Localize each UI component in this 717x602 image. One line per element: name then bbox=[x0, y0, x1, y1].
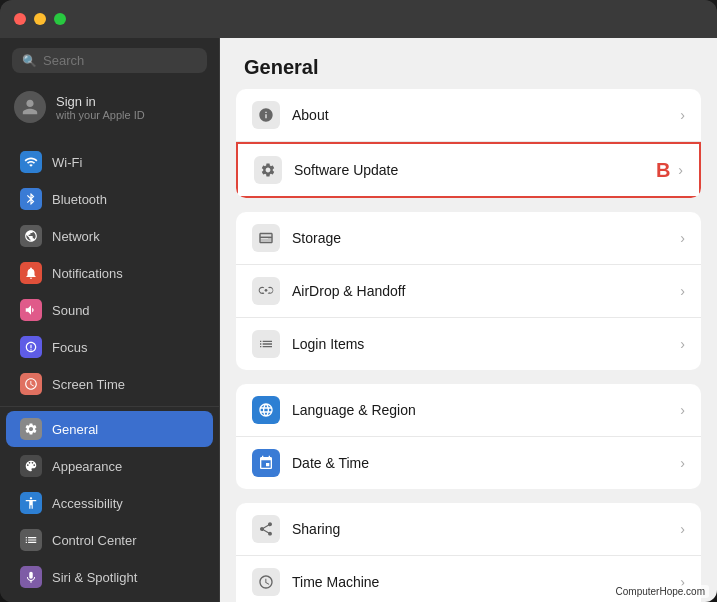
sidebar-item-label-sound: Sound bbox=[52, 303, 90, 318]
sidebar-item-wrapper-bluetooth: Bluetooth bbox=[0, 181, 219, 217]
sound-icon bbox=[20, 299, 42, 321]
about-row-icon bbox=[252, 101, 280, 129]
settings-row-airdrop[interactable]: AirDrop & Handoff› bbox=[236, 265, 701, 318]
about-chevron-icon: › bbox=[680, 107, 685, 123]
sidebar-item-label-appearance: Appearance bbox=[52, 459, 122, 474]
sidebar-item-notifications[interactable]: Notifications bbox=[6, 255, 213, 291]
sidebar-item-wrapper-wifi: Wi-Fi bbox=[0, 144, 219, 180]
settings-row-about[interactable]: About› bbox=[236, 89, 701, 142]
sidebar-item-wrapper-notifications: Notifications bbox=[0, 255, 219, 291]
network-icon bbox=[20, 225, 42, 247]
sidebar-item-sound[interactable]: Sound bbox=[6, 292, 213, 328]
settings-row-datetime[interactable]: Date & Time› bbox=[236, 437, 701, 489]
sidebar-item-wrapper-network: Network bbox=[0, 218, 219, 254]
storage-row-icon bbox=[252, 224, 280, 252]
sidebar-item-wrapper-siri: Siri & Spotlight bbox=[0, 559, 219, 595]
sidebar-item-label-general: General bbox=[52, 422, 98, 437]
sidebar-item-accessibility[interactable]: Accessibility bbox=[6, 485, 213, 521]
close-button[interactable] bbox=[14, 13, 26, 25]
appearance-icon bbox=[20, 455, 42, 477]
sidebar-item-controlcenter[interactable]: Control Center bbox=[6, 522, 213, 558]
sidebar-item-label-network: Network bbox=[52, 229, 100, 244]
screentime-icon bbox=[20, 373, 42, 395]
storage-chevron-icon: › bbox=[680, 230, 685, 246]
sharing-row-icon bbox=[252, 515, 280, 543]
softwareupdate-row-label: Software Update bbox=[294, 162, 656, 178]
sharing-row-label: Sharing bbox=[292, 521, 680, 537]
sidebar-item-privacy[interactable]: Privacy & Security bbox=[6, 596, 213, 602]
settings-group-group3: Language & Region›Date & Time› bbox=[236, 384, 701, 489]
sidebar-divider-2 bbox=[0, 406, 219, 407]
airdrop-chevron-icon: › bbox=[680, 283, 685, 299]
sidebar-item-wrapper-controlcenter: Control Center bbox=[0, 522, 219, 558]
sidebar-item-wrapper-appearance: Appearance bbox=[0, 448, 219, 484]
maximize-button[interactable] bbox=[54, 13, 66, 25]
sidebar-item-label-screentime: Screen Time bbox=[52, 377, 125, 392]
sidebar-item-focus[interactable]: Focus bbox=[6, 329, 213, 365]
sign-in-section[interactable]: Sign in with your Apple ID bbox=[0, 83, 219, 135]
datetime-chevron-icon: › bbox=[680, 455, 685, 471]
search-bar[interactable]: 🔍 bbox=[12, 48, 207, 73]
timemachine-row-icon bbox=[252, 568, 280, 596]
softwareupdate-row-icon bbox=[254, 156, 282, 184]
softwareupdate-chevron-icon: › bbox=[678, 162, 683, 178]
language-chevron-icon: › bbox=[680, 402, 685, 418]
sidebar-item-bluetooth[interactable]: Bluetooth bbox=[6, 181, 213, 217]
settings-row-softwareupdate[interactable]: Software UpdateB› bbox=[236, 142, 701, 198]
sign-in-text: Sign in with your Apple ID bbox=[56, 94, 145, 121]
content-area: 🔍 Sign in with your Apple ID Wi-FiBlueto… bbox=[0, 38, 717, 602]
sidebar-item-label-focus: Focus bbox=[52, 340, 87, 355]
sidebar-item-screentime[interactable]: Screen Time bbox=[6, 366, 213, 402]
storage-row-label: Storage bbox=[292, 230, 680, 246]
about-row-label: About bbox=[292, 107, 680, 123]
sidebar-item-label-bluetooth: Bluetooth bbox=[52, 192, 107, 207]
sidebar-item-wrapper-accessibility: Accessibility bbox=[0, 485, 219, 521]
minimize-button[interactable] bbox=[34, 13, 46, 25]
search-icon: 🔍 bbox=[22, 54, 37, 68]
avatar bbox=[14, 91, 46, 123]
controlcenter-icon bbox=[20, 529, 42, 551]
main-content: General About›Software UpdateB›Storage›A… bbox=[220, 38, 717, 602]
sidebar-item-label-wifi: Wi-Fi bbox=[52, 155, 82, 170]
main-header: General bbox=[220, 38, 717, 89]
settings-row-sharing[interactable]: Sharing› bbox=[236, 503, 701, 556]
settings-row-loginitems[interactable]: Login Items› bbox=[236, 318, 701, 370]
settings-group-group2: Storage›AirDrop & Handoff›Login Items› bbox=[236, 212, 701, 370]
sidebar-item-siri[interactable]: Siri & Spotlight bbox=[6, 559, 213, 595]
sidebar: 🔍 Sign in with your Apple ID Wi-FiBlueto… bbox=[0, 38, 220, 602]
sidebar-item-wrapper-general: GeneralA bbox=[0, 411, 219, 447]
siri-icon bbox=[20, 566, 42, 588]
watermark: ComputerHope.com bbox=[612, 585, 709, 598]
system-settings-window: 🔍 Sign in with your Apple ID Wi-FiBlueto… bbox=[0, 0, 717, 602]
settings-list: About›Software UpdateB›Storage›AirDrop &… bbox=[220, 89, 717, 602]
language-row-label: Language & Region bbox=[292, 402, 680, 418]
sidebar-item-label-siri: Siri & Spotlight bbox=[52, 570, 137, 585]
svg-point-0 bbox=[265, 289, 268, 292]
sidebar-item-label-accessibility: Accessibility bbox=[52, 496, 123, 511]
sidebar-items-container: Wi-FiBluetoothNetworkNotificationsSoundF… bbox=[0, 143, 219, 602]
sidebar-item-appearance[interactable]: Appearance bbox=[6, 448, 213, 484]
settings-row-storage[interactable]: Storage› bbox=[236, 212, 701, 265]
general-icon bbox=[20, 418, 42, 440]
search-input[interactable] bbox=[43, 53, 197, 68]
sign-in-title: Sign in bbox=[56, 94, 145, 109]
sidebar-item-network[interactable]: Network bbox=[6, 218, 213, 254]
sidebar-item-wrapper-screentime: Screen Time bbox=[0, 366, 219, 402]
label-b-annotation: B bbox=[656, 159, 670, 182]
airdrop-row-label: AirDrop & Handoff bbox=[292, 283, 680, 299]
sidebar-item-wrapper-sound: Sound bbox=[0, 292, 219, 328]
sidebar-item-wifi[interactable]: Wi-Fi bbox=[6, 144, 213, 180]
loginitems-chevron-icon: › bbox=[680, 336, 685, 352]
focus-icon bbox=[20, 336, 42, 358]
language-row-icon bbox=[252, 396, 280, 424]
title-bar bbox=[0, 0, 717, 38]
datetime-row-label: Date & Time bbox=[292, 455, 680, 471]
sidebar-item-label-controlcenter: Control Center bbox=[52, 533, 137, 548]
sharing-chevron-icon: › bbox=[680, 521, 685, 537]
loginitems-row-icon bbox=[252, 330, 280, 358]
bluetooth-icon bbox=[20, 188, 42, 210]
sidebar-item-wrapper-focus: Focus bbox=[0, 329, 219, 365]
settings-row-language[interactable]: Language & Region› bbox=[236, 384, 701, 437]
sidebar-item-general[interactable]: General bbox=[6, 411, 213, 447]
notifications-icon bbox=[20, 262, 42, 284]
